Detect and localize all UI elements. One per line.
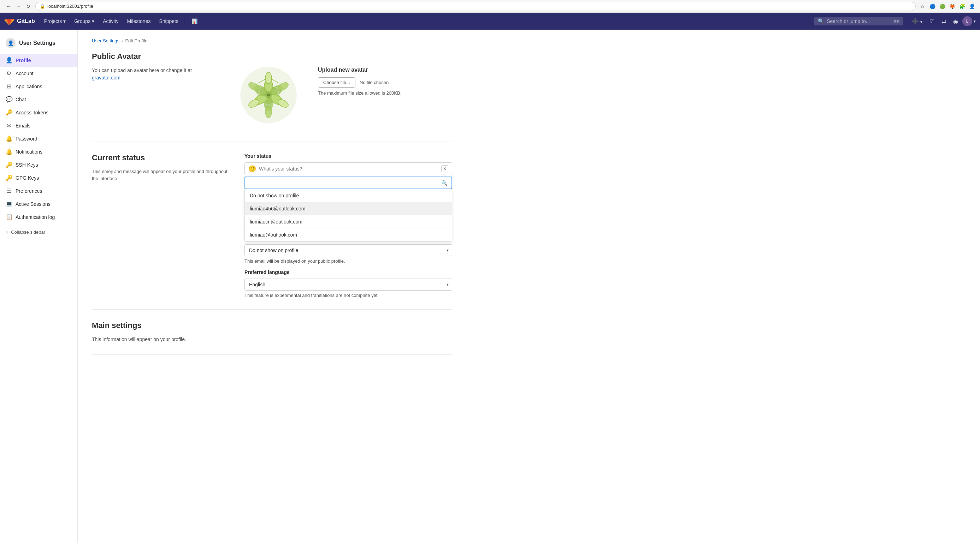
- sidebar-item-applications[interactable]: ⊞ Applications: [0, 80, 77, 93]
- sidebar-item-active-sessions[interactable]: 💻 Active Sessions: [0, 197, 77, 210]
- nav-projects-label: Projects: [44, 18, 62, 24]
- sidebar-item-label-applications: Applications: [16, 84, 42, 89]
- ext-icon-1[interactable]: 🔵: [928, 2, 936, 10]
- ext-icon-2[interactable]: 🟢: [938, 2, 946, 10]
- forward-button[interactable]: →: [14, 2, 22, 11]
- status-text-input[interactable]: [259, 166, 438, 171]
- sessions-icon: 💻: [6, 200, 12, 207]
- main-settings-section: Main settings This information will appe…: [92, 321, 452, 355]
- chat-icon: 💬: [6, 96, 12, 103]
- collapse-label: Collapse sidebar: [11, 230, 45, 235]
- account-icon: ⚙: [6, 70, 12, 76]
- upload-size-note: The maximum file size allowed is 200KB.: [318, 90, 452, 96]
- search-icon: 🔍: [818, 18, 824, 24]
- user-avatar[interactable]: L: [963, 16, 972, 26]
- todo-icon[interactable]: ☑: [927, 16, 937, 27]
- no-file-text: No file chosen: [360, 80, 388, 85]
- status-description-area: Current status This emoji and message wi…: [92, 153, 230, 182]
- avatar-image-container: [240, 67, 304, 130]
- breadcrumb-parent[interactable]: User Settings: [92, 38, 119, 43]
- email-select[interactable]: Do not show on profile liumiao456@outloo…: [245, 245, 452, 256]
- star-icon[interactable]: ☆: [918, 2, 926, 10]
- dropdown-list: Do not show on profile liumiao456@outloo…: [245, 189, 452, 241]
- choose-file-button[interactable]: Choose file...: [318, 77, 355, 87]
- extension-icons: ☆ 🔵 🟢 🦊 🧩 👤: [918, 2, 976, 10]
- sidebar-item-access-tokens[interactable]: 🔑 Access Tokens: [0, 106, 77, 119]
- address-bar: ← → ↻ 🔒 localhost:32001/profile ☆ 🔵 🟢 🦊 …: [0, 0, 980, 13]
- sidebar-item-label-password: Password: [16, 136, 37, 141]
- status-clear-button[interactable]: ✕: [441, 165, 448, 172]
- refresh-button[interactable]: ↻: [24, 2, 32, 11]
- nav-activity[interactable]: Activity: [99, 16, 122, 26]
- brand-name: GitLab: [17, 18, 35, 24]
- sidebar-item-label-auth-log: Authentication log: [16, 214, 55, 220]
- status-section: Current status This emoji and message wi…: [92, 153, 452, 310]
- nav-chart[interactable]: 📊: [188, 16, 201, 26]
- gravatar-link[interactable]: gravatar.com: [92, 75, 121, 81]
- chart-icon: 📊: [191, 18, 197, 24]
- gitlab-logo: [4, 16, 14, 26]
- ext-icon-4[interactable]: 🧩: [958, 2, 966, 10]
- preferred-language-label: Preferred language: [245, 269, 452, 275]
- issues-icon[interactable]: ◉: [950, 16, 961, 27]
- gpg-icon: 🔑: [6, 175, 12, 181]
- status-input-area: Your status 🙂 ✕ 🔍 Do not show on p: [245, 153, 452, 298]
- user-avatar-ext[interactable]: 👤: [968, 2, 976, 10]
- nav-groups-label: Groups: [74, 18, 91, 24]
- avatar-section: Public Avatar You can upload an avatar h…: [92, 52, 452, 142]
- auth-log-icon: 📋: [6, 214, 12, 220]
- upload-controls: Choose file... No file chosen: [318, 77, 452, 87]
- search-input[interactable]: [827, 18, 890, 24]
- sidebar-item-label-chat: Chat: [16, 97, 26, 102]
- nav-groups[interactable]: Groups ▾: [71, 16, 98, 26]
- status-section-title: Current status: [92, 153, 230, 162]
- main-settings-title: Main settings: [92, 321, 230, 330]
- ssh-icon: 🔑: [6, 161, 12, 168]
- avatar-section-title: Public Avatar: [92, 52, 452, 61]
- access-tokens-icon: 🔑: [6, 109, 12, 116]
- sidebar-item-ssh-keys[interactable]: 🔑 SSH Keys: [0, 158, 77, 171]
- sidebar-user-icon: 👤: [6, 38, 16, 48]
- chevron-down-icon: ▾: [63, 18, 66, 24]
- applications-icon: ⊞: [6, 83, 12, 90]
- dropdown-search-icon: 🔍: [441, 180, 447, 186]
- dropdown-item-0[interactable]: Do not show on profile: [245, 189, 452, 202]
- upload-title: Upload new avatar: [318, 67, 452, 73]
- sidebar-item-account[interactable]: ⚙ Account: [0, 67, 77, 80]
- ext-icon-3[interactable]: 🦊: [948, 2, 956, 10]
- sidebar-item-auth-log[interactable]: 📋 Authentication log: [0, 210, 77, 224]
- avatar-svg: [240, 67, 297, 123]
- url-bar[interactable]: 🔒 localhost:32001/profile: [35, 2, 916, 11]
- main-settings-description: This information will appear on your pro…: [92, 336, 230, 343]
- sidebar-item-profile[interactable]: 👤 Profile: [0, 54, 77, 67]
- dropdown-item-3[interactable]: liumiao@outlook.com: [245, 229, 452, 241]
- svg-point-16: [267, 93, 270, 97]
- sidebar-item-chat[interactable]: 💬 Chat: [0, 93, 77, 106]
- breadcrumb-separator: ›: [121, 38, 123, 43]
- dropdown-item-2[interactable]: liumiaocn@outlook.com: [245, 215, 452, 229]
- nav-snippets[interactable]: Snippets: [156, 16, 181, 26]
- nav-milestones[interactable]: Milestones: [124, 16, 154, 26]
- gitlab-brand[interactable]: GitLab: [4, 16, 35, 26]
- collapse-icon: «: [6, 230, 8, 235]
- dropdown-item-1[interactable]: liumiao456@outlook.com: [245, 202, 452, 215]
- new-item-button[interactable]: ➕ ▾: [909, 16, 925, 27]
- collapse-sidebar-button[interactable]: « Collapse sidebar: [0, 226, 77, 238]
- sidebar-item-emails[interactable]: ✉ Emails: [0, 119, 77, 132]
- main-settings-left: Main settings This information will appe…: [92, 321, 230, 343]
- nav-projects[interactable]: Projects ▾: [41, 16, 70, 26]
- merge-request-icon[interactable]: ⇄: [939, 16, 949, 27]
- sidebar-item-gpg-keys[interactable]: 🔑 GPG Keys: [0, 171, 77, 184]
- search-bar[interactable]: 🔍 ⌘K: [814, 17, 903, 25]
- emoji-button[interactable]: 🙂: [248, 165, 256, 173]
- dropdown-search-input[interactable]: [250, 180, 441, 186]
- sidebar-item-label-account: Account: [16, 71, 33, 76]
- avatar-upload-area: Upload new avatar Choose file... No file…: [318, 67, 452, 96]
- back-button[interactable]: ←: [4, 2, 13, 11]
- sidebar-item-password[interactable]: 🔔 Password: [0, 132, 77, 145]
- sidebar-item-notifications[interactable]: 🔔 Notifications: [0, 145, 77, 158]
- sidebar-item-preferences[interactable]: ☰ Preferences: [0, 184, 77, 197]
- status-input-wrapper: 🙂 ✕: [245, 162, 452, 175]
- sidebar-item-label-preferences: Preferences: [16, 188, 42, 194]
- language-select[interactable]: English: [245, 279, 452, 291]
